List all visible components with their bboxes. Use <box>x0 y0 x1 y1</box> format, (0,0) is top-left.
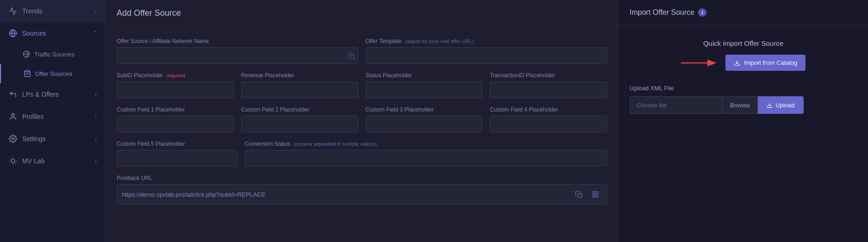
sidebar-item-profiles-label: Profiles <box>22 113 44 120</box>
custom2-label: Custom Field 2 Placeholder <box>241 106 358 113</box>
custom4-label: Custom Field 4 Placeholder <box>490 106 607 113</box>
right-panel: Import Offer Source i Quick import Offer… <box>618 0 868 242</box>
revenue-input[interactable] <box>241 81 358 98</box>
form-group-custom5: Custom Field 5 Placeholder <box>117 141 237 167</box>
form-group-conversion-status: Conversion Status (comma separated if mu… <box>245 141 607 167</box>
sidebar-item-settings-label: Settings <box>22 135 46 143</box>
svg-line-11 <box>15 163 16 164</box>
upload-section: Upload XML File Choose file Browse Uploa… <box>630 85 857 114</box>
custom1-label: Custom Field 1 Placeholder <box>117 106 234 113</box>
form-group-custom4: Custom Field 4 Placeholder <box>490 106 607 132</box>
form-group-transactionid: TransactionID Placeholder <box>490 72 607 98</box>
chevron-right-lps-icon: › <box>95 92 97 97</box>
sidebar-item-trends[interactable]: Trends › <box>0 0 105 22</box>
info-icon: i <box>698 8 706 17</box>
upload-row: Choose file Browse Upload <box>630 96 857 114</box>
upload-label-text: Upload <box>775 102 794 109</box>
copy-icon <box>348 52 355 59</box>
conversion-status-input[interactable] <box>245 150 607 167</box>
svg-rect-19 <box>593 195 595 197</box>
form-group-custom1: Custom Field 1 Placeholder <box>117 106 234 132</box>
svg-rect-15 <box>578 193 582 198</box>
sidebar-subitem-offer-sources[interactable]: Offer Sources <box>0 64 105 83</box>
browse-button[interactable]: Browse <box>722 96 758 114</box>
sidebar-item-mvlab-label: MV Lab <box>22 157 44 165</box>
traffic-sources-label: Traffic Sources <box>34 51 75 58</box>
custom1-input[interactable] <box>117 116 234 132</box>
offer-template-input[interactable] <box>366 47 607 64</box>
postback-url-text: https://demo.cpvlab.pro/adclick.php?subi… <box>122 191 568 198</box>
form-group-revenue: Revenue Placeholder <box>241 72 358 98</box>
revenue-label: Revenue Placeholder <box>241 72 358 79</box>
offer-template-label: Offer Template (adjust for your real off… <box>366 38 607 44</box>
status-input[interactable] <box>366 81 483 98</box>
browse-label: Browse <box>730 102 750 109</box>
import-catalog-label: Import from Catalog <box>744 59 797 66</box>
form-group-offer-source-name: Offer Source / Affiliate Network Name <box>117 38 358 64</box>
custom4-input[interactable] <box>490 116 607 132</box>
transactionid-input[interactable] <box>490 81 607 98</box>
conversion-status-label: Conversion Status (comma separated if mu… <box>245 141 607 147</box>
subid-input[interactable] <box>117 81 234 98</box>
sidebar-item-trends-label: Trends <box>22 7 42 15</box>
svg-rect-18 <box>596 195 598 197</box>
main-header: Add Offer Source <box>106 0 618 27</box>
page-title: Add Offer Source <box>117 8 607 18</box>
form-group-status: Status Placeholder <box>366 72 483 98</box>
chevron-right-settings-icon: › <box>95 136 97 142</box>
chevron-right-icon: › <box>95 8 97 14</box>
sidebar-item-mv-lab[interactable]: MV Lab › <box>0 150 105 172</box>
custom2-input[interactable] <box>241 116 358 132</box>
form-row-2: SubID Placeholder required Revenue Place… <box>117 72 607 98</box>
postback-row: https://demo.cpvlab.pro/adclick.php?subi… <box>117 184 607 205</box>
svg-rect-17 <box>596 192 598 194</box>
right-panel-title: Import Offer Source <box>630 8 694 17</box>
sources-icon <box>8 29 18 38</box>
chevron-right-profiles-icon: › <box>95 114 97 119</box>
profiles-icon <box>8 112 18 121</box>
choose-file-box: Choose file <box>630 96 722 114</box>
sidebar-item-settings[interactable]: Settings › <box>0 128 105 150</box>
right-panel-header: Import Offer Source i <box>618 0 868 25</box>
upload-button[interactable]: Upload <box>758 96 803 114</box>
postback-label: Postback URL <box>117 175 607 181</box>
custom3-input[interactable] <box>366 116 483 132</box>
chevron-down-icon: ˅ <box>94 31 97 37</box>
sidebar-item-sources[interactable]: Sources ˅ <box>0 22 105 44</box>
custom5-label: Custom Field 5 Placeholder <box>117 141 237 147</box>
offer-source-name-wrap <box>117 47 358 64</box>
transactionid-label: TransactionID Placeholder <box>490 72 607 79</box>
postback-copy-button[interactable] <box>572 190 585 199</box>
offer-source-name-input[interactable] <box>117 47 358 64</box>
postback-grid-button[interactable] <box>589 190 602 199</box>
custom5-input[interactable] <box>117 150 237 167</box>
sidebar-item-profiles[interactable]: Profiles › <box>0 105 105 128</box>
form-group-offer-template: Offer Template (adjust for your real off… <box>366 38 607 64</box>
custom3-label: Custom Field 3 Placeholder <box>366 106 483 113</box>
svg-rect-16 <box>593 192 595 194</box>
trends-icon <box>8 6 18 16</box>
form-row-4: Custom Field 5 Placeholder Conversion St… <box>117 141 607 167</box>
status-label: Status Placeholder <box>366 72 483 79</box>
chevron-right-mvlab-icon: › <box>95 158 97 164</box>
form-group-custom3: Custom Field 3 Placeholder <box>366 106 483 132</box>
sidebar-subitem-traffic-sources[interactable]: Traffic Sources <box>0 44 105 64</box>
quick-import-title: Quick import Offer Source <box>703 39 783 47</box>
form-group-subid: SubID Placeholder required <box>117 72 234 98</box>
sidebar-item-lps-offers[interactable]: LPs & Offers › <box>0 83 105 105</box>
arrow-right-icon <box>681 58 718 68</box>
quick-import-section: Quick import Offer Source <box>630 39 857 71</box>
sidebar-item-lps-label: LPs & Offers <box>22 91 59 98</box>
svg-point-6 <box>12 138 14 140</box>
import-from-catalog-button[interactable]: Import from Catalog <box>725 55 806 71</box>
right-panel-body: Quick import Offer Source <box>618 25 868 128</box>
lps-icon <box>8 90 18 99</box>
settings-icon <box>8 134 18 143</box>
shopping-icon <box>23 69 31 78</box>
import-catalog-area: Import from Catalog <box>681 55 806 71</box>
sidebar: Trends › Sources ˅ Traffic Sources <box>0 0 106 242</box>
svg-line-10 <box>10 158 11 159</box>
sidebar-item-sources-label: Sources <box>22 30 46 37</box>
form-group-custom2: Custom Field 2 Placeholder <box>241 106 358 132</box>
mvlab-icon <box>8 156 18 166</box>
